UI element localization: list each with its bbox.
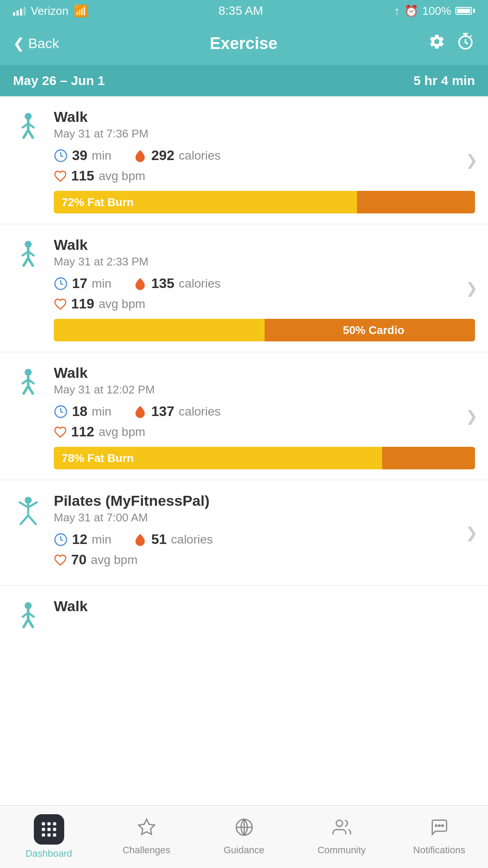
challenges-label: Challenges (122, 845, 170, 856)
nav-item-community[interactable]: Community (293, 806, 390, 868)
calories-stat: 292 calories (133, 147, 221, 164)
challenges-icon (137, 818, 156, 841)
dashboard-icon (34, 814, 64, 845)
exercise-content: Walk May 31 at 2:33 PM 17 min 135 cal (54, 236, 475, 341)
chevron-right-icon: ❯ (465, 524, 478, 541)
svg-point-50 (435, 825, 437, 827)
walk-icon (13, 238, 43, 273)
time-label: 8:35 AM (219, 4, 263, 18)
svg-point-51 (439, 825, 440, 827)
exercise-title: Walk (54, 236, 475, 253)
date-total: 5 hr 4 min (413, 73, 475, 88)
duration-stat: 12 min (54, 531, 111, 547)
battery-icon (455, 7, 475, 15)
dashboard-label: Dashboard (26, 848, 72, 859)
duration-stat: 18 min (54, 403, 111, 419)
exercise-item-partial[interactable]: Walk (0, 586, 488, 639)
exercise-title: Walk (54, 108, 475, 125)
nav-item-notifications[interactable]: Notifications (390, 806, 488, 868)
svg-rect-41 (53, 828, 56, 831)
svg-rect-37 (47, 822, 50, 825)
heart-rate-stat: 70 avg bpm (54, 552, 475, 568)
exercise-title: Pilates (MyFitnessPal) (54, 492, 475, 509)
svg-rect-36 (42, 822, 45, 825)
signal-icon (13, 6, 26, 16)
exercise-list: Walk May 31 at 7:36 PM 39 min 292 cal (0, 96, 488, 639)
status-bar: Verizon 📶 8:35 AM ↑ ⏰ 100% (0, 0, 488, 22)
pilates-icon (13, 494, 43, 529)
header-icons (428, 32, 475, 55)
back-arrow-icon: ❮ (13, 35, 25, 52)
walk-icon (13, 366, 43, 401)
walk-icon (13, 599, 43, 634)
heart-rate-stat: 115 avg bpm (54, 168, 475, 184)
guidance-icon (235, 818, 254, 841)
nav-item-guidance[interactable]: Guidance (195, 806, 293, 868)
stopwatch-icon[interactable] (456, 32, 475, 55)
svg-point-52 (442, 825, 443, 827)
back-button[interactable]: ❮ Back (13, 35, 59, 52)
exercise-content: Walk May 31 at 12:02 PM 18 min 137 ca (54, 364, 475, 469)
svg-rect-43 (47, 833, 50, 836)
exercise-item[interactable]: Walk May 31 at 7:36 PM 39 min 292 cal (0, 96, 488, 224)
nav-item-challenges[interactable]: Challenges (98, 806, 195, 868)
svg-line-7 (28, 130, 33, 138)
exercise-item[interactable]: Walk May 31 at 2:33 PM 17 min 135 cal (0, 224, 488, 352)
notifications-icon (430, 818, 449, 841)
exercise-date: May 31 at 7:00 AM (54, 511, 475, 524)
cardio-zone (357, 191, 475, 213)
walk-icon (13, 110, 43, 145)
community-icon (332, 818, 351, 841)
heart-rate-stat: 119 avg bpm (54, 296, 475, 312)
zone-bar: 78% Fat Burn (54, 447, 475, 469)
calories-stat: 135 calories (133, 275, 221, 292)
exercise-date: May 31 at 2:33 PM (54, 255, 475, 269)
svg-rect-40 (47, 828, 50, 831)
date-range: May 26 – Jun 1 (13, 73, 105, 88)
svg-line-27 (21, 515, 29, 524)
svg-rect-42 (42, 833, 45, 836)
nav-item-dashboard[interactable]: Dashboard (0, 806, 98, 868)
svg-line-28 (28, 515, 36, 524)
zone-bar: 72% Fat Burn (54, 191, 475, 213)
svg-rect-38 (53, 822, 56, 825)
duration-stat: 17 min (54, 275, 111, 292)
cardio-zone: 50% Cardio (265, 319, 475, 341)
exercise-item[interactable]: Walk May 31 at 12:02 PM 18 min 137 ca (0, 352, 488, 480)
date-bar: May 26 – Jun 1 5 hr 4 min (0, 65, 488, 96)
exercise-stats: 12 min 51 calories (54, 531, 475, 547)
carrier-label: Verizon (31, 4, 69, 18)
location-icon: ↑ (394, 4, 400, 18)
exercise-stats: 17 min 135 calories (54, 275, 475, 292)
heart-rate-stat: 112 avg bpm (54, 424, 475, 440)
exercise-title: Walk (54, 598, 475, 615)
exercise-title: Walk (54, 364, 475, 381)
guidance-label: Guidance (223, 845, 264, 856)
exercise-item[interactable]: Pilates (MyFitnessPal) May 31 at 7:00 AM… (0, 480, 488, 586)
fat-burn-zone: 78% Fat Burn (54, 447, 382, 469)
svg-point-1 (470, 35, 472, 37)
community-label: Community (318, 845, 366, 856)
exercise-date: May 31 at 7:36 PM (54, 127, 475, 141)
calories-stat: 137 calories (133, 403, 221, 419)
svg-line-35 (28, 619, 33, 627)
svg-rect-44 (53, 833, 56, 836)
calories-stat: 51 calories (133, 531, 213, 547)
svg-point-49 (336, 820, 343, 827)
svg-line-21 (28, 386, 33, 394)
chevron-right-icon: ❯ (465, 279, 478, 297)
wifi-icon: 📶 (74, 4, 88, 18)
cardio-zone (382, 447, 475, 469)
header: ❮ Back Exercise (0, 22, 488, 65)
svg-point-23 (25, 497, 32, 504)
notifications-label: Notifications (413, 845, 465, 856)
fat-burn-zone: 72% Fat Burn (54, 191, 357, 213)
fat-burn-zone (54, 319, 265, 341)
alarm-icon: ⏰ (404, 4, 418, 18)
duration-stat: 39 min (54, 147, 111, 164)
exercise-content: Walk May 31 at 7:36 PM 39 min 292 cal (54, 108, 475, 213)
back-label: Back (28, 36, 59, 52)
svg-line-14 (28, 258, 33, 266)
settings-icon[interactable] (428, 33, 445, 54)
battery-pct: 100% (422, 4, 452, 18)
